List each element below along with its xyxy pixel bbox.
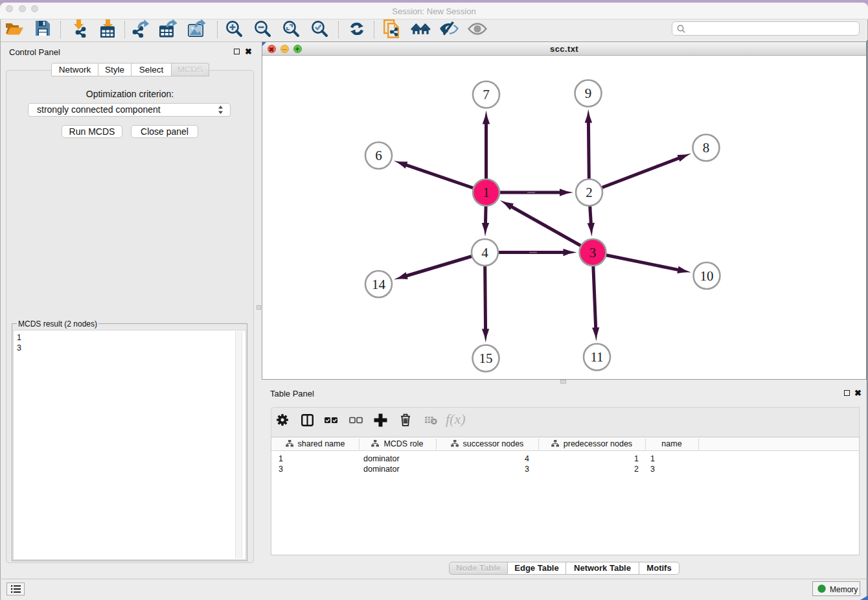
svg-text:14: 14 xyxy=(372,277,386,292)
svg-text:7: 7 xyxy=(483,87,490,102)
svg-text:4: 4 xyxy=(481,245,488,260)
svg-text:6: 6 xyxy=(375,148,382,163)
svg-text:15: 15 xyxy=(479,351,493,366)
svg-text:1: 1 xyxy=(483,185,490,200)
svg-text:10: 10 xyxy=(700,268,714,284)
svg-text:9: 9 xyxy=(585,86,592,101)
svg-text:8: 8 xyxy=(703,140,710,156)
svg-text:2: 2 xyxy=(586,185,593,200)
svg-text:11: 11 xyxy=(590,349,603,365)
svg-text:3: 3 xyxy=(589,245,597,260)
